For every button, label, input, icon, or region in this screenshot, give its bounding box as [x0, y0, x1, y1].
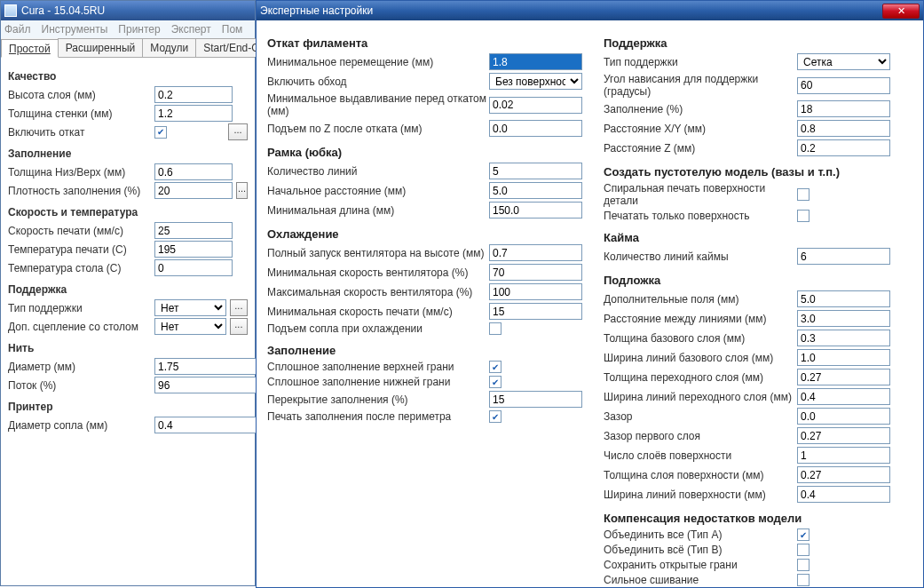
layer-height-input[interactable]	[154, 86, 233, 103]
menu-file[interactable]: Файл	[4, 23, 31, 36]
flow-input[interactable]	[154, 377, 261, 393]
infill-density-input[interactable]	[154, 182, 233, 199]
expert-left-column: Откат филамента Минимальное перемещение …	[267, 28, 582, 588]
support-type-select[interactable]: Нет	[154, 299, 226, 316]
topbottom-input[interactable]	[154, 163, 233, 180]
hdr-retract: Откат филамента	[267, 36, 582, 50]
wall-thickness-label: Толщина стенки (мм)	[8, 107, 154, 120]
support-type-exp-label: Тип поддержки	[604, 56, 797, 68]
expert-window-title: Экспертные настройки	[260, 4, 373, 17]
after-perim-label: Печать заполнения после периметра	[267, 410, 489, 423]
support-xy-input[interactable]	[797, 120, 890, 137]
support-more-button[interactable]: ...	[230, 299, 248, 316]
close-icon: ✕	[897, 5, 905, 17]
menu-help[interactable]: Пом	[222, 23, 243, 36]
fix-b-checkbox[interactable]	[797, 544, 809, 556]
infill-more-button[interactable]: ...	[236, 182, 248, 199]
fix-open-checkbox[interactable]	[797, 559, 809, 571]
max-fan-input[interactable]	[489, 283, 582, 300]
surface-only-checkbox[interactable]	[797, 210, 809, 222]
min-speed-label: Минимальная скорость печати (мм/с)	[267, 306, 489, 318]
skirt-distance-input[interactable]	[489, 182, 582, 199]
after-perim-checkbox[interactable]: ✔	[489, 410, 501, 423]
tab-advanced[interactable]: Расширенный	[58, 38, 144, 57]
raft-margin-input[interactable]	[797, 290, 890, 307]
spiral-label: Спиральная печать поверхности детали	[604, 182, 797, 207]
skirt-lines-label: Количество линий	[267, 165, 489, 178]
support-type-label: Тип поддержки	[8, 302, 154, 314]
support-type-exp-select[interactable]: Сетка	[797, 53, 890, 70]
raft-base-width-input[interactable]	[797, 349, 890, 366]
diameter-input[interactable]	[154, 358, 261, 375]
solid-bot-checkbox[interactable]: ✔	[489, 376, 501, 388]
close-button[interactable]: ✕	[882, 4, 920, 19]
skirt-minlen-input[interactable]	[489, 202, 582, 219]
raft-line-spacing-input[interactable]	[797, 310, 890, 327]
skirt-lines-input[interactable]	[489, 163, 582, 179]
wall-thickness-input[interactable]	[154, 105, 233, 122]
retraction-more-button[interactable]: ...	[228, 123, 248, 140]
hdr-infill-expert: Заполнение	[267, 344, 582, 357]
hdr-printer: Принтер	[8, 401, 248, 413]
menu-expert[interactable]: Эксперт	[171, 23, 211, 36]
hdr-infill: Заполнение	[8, 147, 248, 160]
hdr-speed: Скорость и температура	[8, 206, 248, 219]
retraction-enable-label: Включить откат	[8, 126, 154, 139]
fix-b-label: Объединить всё (Тип B)	[604, 544, 797, 556]
hdr-quality: Качество	[8, 70, 248, 83]
support-fill-input[interactable]	[797, 100, 890, 117]
combing-select[interactable]: Без поверхности	[489, 73, 582, 90]
full-fan-input[interactable]	[489, 244, 582, 261]
min-fan-input[interactable]	[489, 264, 582, 281]
fix-open-label: Сохранить открытые грани	[604, 559, 797, 571]
fix-stitch-checkbox[interactable]	[797, 574, 809, 586]
min-extrude-input[interactable]	[489, 97, 582, 114]
bed-temp-input[interactable]	[154, 259, 233, 276]
fix-a-checkbox[interactable]: ✔	[797, 528, 809, 541]
nozzle-input[interactable]	[154, 417, 261, 433]
tab-simple[interactable]: Простой	[1, 39, 59, 58]
flow-label: Поток (%)	[8, 379, 154, 392]
menubar: Файл Инструменты Принтер Эксперт Пом	[1, 20, 255, 38]
layer-height-label: Высота слоя (мм)	[8, 89, 154, 101]
support-z-input[interactable]	[797, 139, 890, 156]
fix-stitch-label: Сильное сшивание	[604, 574, 797, 586]
expert-right-column: Поддержка Тип поддержки Сетка Угол навис…	[604, 28, 912, 588]
brim-lines-input[interactable]	[797, 248, 890, 265]
hdr-support: Поддержка	[8, 283, 248, 296]
spiral-checkbox[interactable]	[797, 188, 809, 201]
zhop-input[interactable]	[489, 120, 582, 137]
retraction-enable-checkbox[interactable]: ✔	[154, 126, 167, 139]
support-angle-input[interactable]	[797, 77, 890, 94]
min-speed-input[interactable]	[489, 303, 582, 320]
raft-iface-width-input[interactable]	[797, 388, 890, 405]
raft-first-gap-input[interactable]	[797, 427, 890, 444]
full-fan-label: Полный запуск вентилятора на высоте (мм)	[267, 247, 489, 259]
tab-plugins[interactable]: Модули	[142, 38, 196, 57]
adhesion-more-button[interactable]: ...	[230, 318, 248, 335]
raft-base-thick-input[interactable]	[797, 330, 890, 346]
raft-iface-thick-input[interactable]	[797, 369, 890, 385]
overlap-input[interactable]	[489, 391, 582, 408]
raft-first-gap-label: Зазор первого слоя	[604, 430, 797, 442]
raft-surf-width-input[interactable]	[797, 486, 890, 503]
adhesion-select[interactable]: Нет	[154, 318, 226, 335]
adhesion-label: Доп. сцепление со столом	[8, 321, 154, 333]
raft-gap-label: Зазор	[604, 410, 797, 423]
menu-tools[interactable]: Инструменты	[42, 23, 108, 36]
print-temp-input[interactable]	[154, 241, 233, 258]
raft-surf-thick-input[interactable]	[797, 466, 890, 483]
raft-surf-layers-input[interactable]	[797, 447, 890, 464]
menu-printer[interactable]: Принтер	[118, 23, 160, 36]
raft-gap-input[interactable]	[797, 408, 890, 425]
main-titlebar: Cura - 15.04.5RU	[1, 1, 255, 20]
bed-temp-label: Температура стола (C)	[8, 262, 154, 274]
lift-head-checkbox[interactable]	[489, 322, 501, 335]
expert-settings-window: Экспертные настройки ✕ Откат филамента М…	[256, 0, 924, 588]
fix-a-label: Объединить все (Тип A)	[604, 528, 797, 541]
raft-base-width-label: Ширина линий базового слоя (мм)	[604, 352, 797, 364]
print-speed-input[interactable]	[154, 222, 233, 239]
min-travel-input[interactable]: 1.8	[489, 53, 582, 70]
solid-top-checkbox[interactable]: ✔	[489, 361, 501, 373]
hdr-brim: Кайма	[604, 231, 912, 244]
